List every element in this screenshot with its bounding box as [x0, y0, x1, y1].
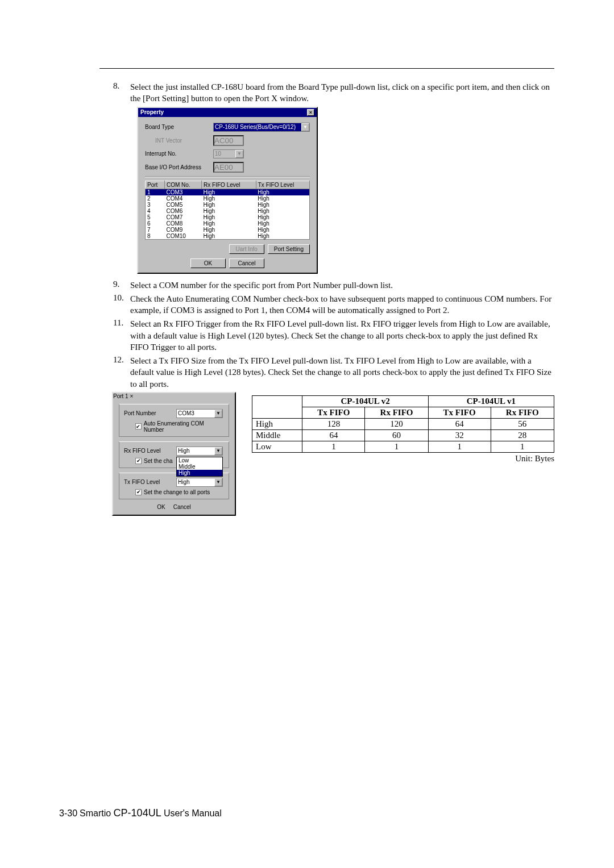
fifo-rx-header: Rx FIFO [491, 407, 554, 418]
chevron-down-icon[interactable]: ▼ [214, 478, 222, 486]
base-io-field [213, 162, 244, 173]
th-com: COM No. [164, 181, 201, 189]
step-10-text: Check the Auto Enumerating COM Number ch… [130, 293, 554, 316]
auto-enum-label: Auto Enumerating COM Number [144, 420, 224, 433]
port-table: Port COM No. Rx FIFO Level Tx FIFO Level… [145, 181, 310, 240]
th-rx: Rx FIFO Level [202, 181, 256, 189]
port-title: Port 1 [113, 393, 128, 399]
interrupt-label: Interrupt No. [145, 151, 213, 157]
cancel-button[interactable]: Cancel [229, 258, 264, 268]
step-8: 8. Select the just installed CP-168U boa… [112, 81, 554, 105]
rx-dropdown-list[interactable]: Low Middle High [176, 457, 223, 477]
step-12: 12. Select a Tx FIFO Size from the Tx FI… [112, 355, 554, 390]
tx-fifo-combo[interactable]: High ▼ [176, 478, 223, 487]
fifo-v2-header: CP-104UL v2 [302, 395, 428, 407]
property-titlebar: Property × [138, 108, 317, 117]
dropdown-option-low[interactable]: Low [177, 457, 222, 464]
port-number-combo[interactable]: COM3 ▼ [176, 409, 223, 418]
chevron-down-icon[interactable]: ▼ [301, 123, 309, 131]
table-row[interactable]: 7COM9HighHigh [146, 227, 310, 233]
rx-fifo-value: High [178, 448, 190, 454]
set-change-tx-label: Set the change to all ports [144, 489, 210, 495]
dropdown-option-high[interactable]: High [177, 470, 222, 476]
step-9-text: Select a COM number for the specific por… [130, 279, 554, 291]
set-change-rx-checkbox[interactable]: ✔ [135, 458, 142, 464]
step-11: 11. Select an Rx FIFO Trigger from the R… [112, 318, 554, 353]
port-titlebar: Port 1 × [113, 393, 235, 399]
footer-rest: User's Manual [164, 808, 222, 818]
tx-fifo-label: Tx FIFO Level [124, 479, 176, 485]
port-number-label: Port Number [124, 410, 176, 416]
fifo-row-high: High 128 120 64 56 [252, 418, 554, 429]
table-row[interactable]: 2COM4HighHigh [146, 195, 310, 202]
interrupt-value: 10 [215, 151, 221, 157]
chevron-down-icon[interactable]: ▼ [214, 447, 222, 455]
dropdown-option-middle[interactable]: Middle [177, 464, 222, 470]
table-row[interactable]: 1 COM3 High High [146, 189, 310, 195]
property-title: Property [140, 109, 164, 115]
rx-fifo-label: Rx FIFO Level [124, 448, 176, 454]
fifo-row-middle: Middle 64 60 32 28 [252, 429, 554, 441]
step-9-num: 9. [112, 279, 130, 291]
page-footer: 3-30 Smartio CP-104UL User's Manual [59, 807, 222, 819]
chevron-down-icon[interactable]: ▼ [214, 410, 222, 418]
port-setting-button[interactable]: Port Setting [268, 244, 310, 254]
fifo-tx-header: Tx FIFO [428, 407, 491, 418]
page-number: 3-30 [59, 808, 77, 818]
footer-brand: Smartio [80, 808, 114, 818]
fifo-rx-header: Rx FIFO [365, 407, 428, 418]
table-row[interactable]: 6COM8HighHigh [146, 220, 310, 227]
fifo-empty-header [252, 395, 302, 418]
table-row[interactable]: 5COM7HighHigh [146, 214, 310, 220]
table-row[interactable]: 3COM5HighHigh [146, 202, 310, 208]
table-row[interactable]: 4COM6HighHigh [146, 208, 310, 214]
board-type-combo[interactable]: CP-168U Series(Bus/Dev=0/12) ▼ [213, 123, 310, 132]
set-change-tx-checkbox[interactable]: ✔ [135, 489, 142, 495]
board-type-label: Board Type [145, 124, 213, 130]
step-12-num: 12. [112, 355, 130, 390]
int-vector-label: INT Vector [155, 137, 213, 144]
step-11-num: 11. [112, 318, 130, 353]
port-cancel-button[interactable]: Cancel [173, 504, 191, 510]
interrupt-combo: 10 ▼ [213, 149, 244, 158]
top-rule [99, 68, 554, 69]
chevron-down-icon: ▼ [235, 150, 243, 158]
footer-product: CP-104UL [114, 807, 164, 819]
step-10-num: 10. [112, 293, 130, 316]
fifo-unit-label: Unit: Bytes [252, 454, 554, 464]
board-type-value: CP-168U Series(Bus/Dev=0/12) [215, 124, 296, 130]
fifo-table: CP-104UL v2 CP-104UL v1 Tx FIFO Rx FIFO … [252, 395, 554, 453]
base-io-label: Base I/O Port Address [145, 164, 213, 170]
int-vector-field [213, 135, 244, 146]
uart-info-button: Uart Info [229, 244, 264, 254]
port-number-value: COM3 [178, 410, 194, 416]
step-9: 9. Select a COM number for the specific … [112, 279, 554, 291]
table-row[interactable]: 8COM10HighHigh [146, 233, 310, 240]
close-icon[interactable]: × [130, 393, 133, 399]
th-tx: Tx FIFO Level [256, 181, 309, 189]
fifo-row-low: Low 1 1 1 1 [252, 441, 554, 452]
step-8-num: 8. [112, 81, 130, 105]
set-change-rx-label: Set the cha [144, 458, 173, 464]
step-8-text: Select the just installed CP-168U board … [130, 81, 554, 105]
close-icon[interactable]: × [307, 109, 314, 116]
rx-fifo-combo[interactable]: High ▼ [176, 446, 223, 456]
tx-fifo-value: High [178, 479, 190, 485]
step-10: 10. Check the Auto Enumerating COM Numbe… [112, 293, 554, 316]
auto-enum-checkbox[interactable]: ✔ [135, 423, 142, 429]
th-port: Port [146, 181, 165, 189]
property-dialog: Property × Board Type CP-168U Series(Bus… [137, 107, 318, 274]
step-11-text: Select an Rx FIFO Trigger from the Rx FI… [130, 318, 554, 353]
port-ok-button[interactable]: OK [157, 504, 165, 510]
fifo-tx-header: Tx FIFO [302, 407, 365, 418]
ok-button[interactable]: OK [190, 258, 226, 268]
fifo-v1-header: CP-104UL v1 [428, 395, 554, 407]
step-12-text: Select a Tx FIFO Size from the Tx FIFO L… [130, 355, 554, 390]
port-dialog: Port 1 × Port Number COM3 ▼ ✔ [112, 392, 236, 516]
